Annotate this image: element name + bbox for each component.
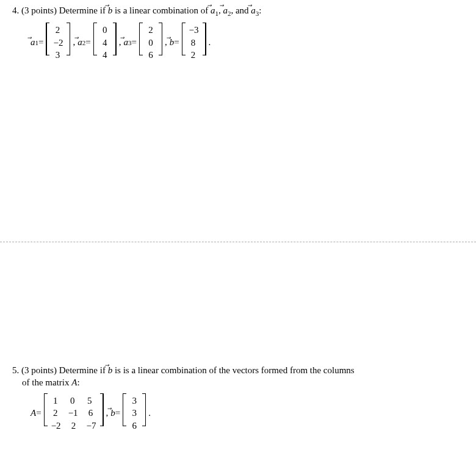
b-sym: b xyxy=(110,408,115,418)
b-sym: b xyxy=(170,37,175,48)
cell: −3 xyxy=(189,24,199,36)
cell: 0 xyxy=(146,37,155,49)
sep: , xyxy=(73,37,75,48)
cell: 5 xyxy=(85,395,94,407)
matrix-a2: 0 4 4 xyxy=(93,23,117,62)
A-equals: A = xyxy=(31,408,41,418)
cell: 2 xyxy=(51,407,60,419)
colon: : xyxy=(259,5,261,15)
period: . xyxy=(148,408,151,418)
b-equals: b = xyxy=(170,37,179,48)
equals: = xyxy=(131,37,136,48)
problem-4-statement: 4. (3 points) Determine if b is a linear… xyxy=(12,5,262,18)
problem-text-mid: is is a linear combination of the vector… xyxy=(112,365,355,375)
problem-text-before: Determine if xyxy=(59,365,108,375)
colon: : xyxy=(77,377,79,387)
equals: = xyxy=(38,37,43,48)
problem-text-line2: of the matrix xyxy=(22,377,71,387)
cell: 0 xyxy=(68,395,77,407)
problem-4-equation: a1 = 2 −2 3 , a2 = 0 4 4 , a3 = xyxy=(31,23,262,62)
cell: −2 xyxy=(51,420,61,432)
cell: 2 xyxy=(53,24,62,36)
period: . xyxy=(209,37,211,48)
vector-b: b xyxy=(108,5,113,17)
cell: 3 xyxy=(130,395,139,407)
cell: 8 xyxy=(189,37,198,49)
and-text: , and xyxy=(231,5,251,15)
matrix-b: 3 3 6 xyxy=(123,393,146,433)
page-divider xyxy=(0,241,476,243)
b-equals: b = xyxy=(110,408,120,418)
problem-text-before: Determine if xyxy=(59,5,108,15)
cell: −7 xyxy=(87,420,96,432)
cell: 0 xyxy=(101,24,109,36)
equals: = xyxy=(174,37,179,48)
problem-points: (3 points) xyxy=(21,5,57,15)
problem-5-statement: 5. (3 points) Determine if b is is a lin… xyxy=(12,365,355,388)
cell: 6 xyxy=(87,407,95,419)
vector-a1: a xyxy=(211,5,215,17)
matrix-a1: 2 −2 3 xyxy=(46,23,70,62)
a2-equals: a2 = xyxy=(78,37,90,48)
a1-sym: a xyxy=(31,37,35,48)
a3-sym: a xyxy=(123,37,128,48)
cell: 2 xyxy=(146,24,155,36)
problem-number: 5. xyxy=(12,365,19,375)
cell: 4 xyxy=(101,49,109,61)
cell: 6 xyxy=(130,420,139,432)
sep: , xyxy=(106,408,109,418)
problem-number: 4. xyxy=(12,5,19,15)
vector-a2: a xyxy=(223,5,228,17)
vector-b: b xyxy=(108,365,113,377)
cell: 2 xyxy=(70,420,78,432)
cell: 2 xyxy=(189,49,198,61)
cell: 3 xyxy=(130,407,139,419)
cell: 3 xyxy=(53,49,62,61)
A-sym: A xyxy=(31,408,36,418)
comma: , xyxy=(218,5,223,15)
a2-sym: a xyxy=(78,37,82,48)
sep: , xyxy=(165,37,167,48)
cell: 1 xyxy=(51,395,60,407)
problem-5: 5. (3 points) Determine if b is is a lin… xyxy=(12,365,355,433)
a3-equals: a3 = xyxy=(123,37,136,48)
sep: , xyxy=(119,37,121,48)
matrix-A: 1 0 5 2 −1 6 −2 2 −7 xyxy=(44,393,104,433)
a1-equals: a1 = xyxy=(31,37,43,48)
equals: = xyxy=(36,408,41,418)
cell: 4 xyxy=(101,37,109,49)
matrix-a3: 2 0 6 xyxy=(139,23,162,62)
cell: −1 xyxy=(68,407,78,419)
problem-text-mid: is a linear combination of xyxy=(112,5,211,15)
cell: −2 xyxy=(53,37,63,49)
problem-4: 4. (3 points) Determine if b is a linear… xyxy=(12,5,262,62)
problem-5-equation: A = 1 0 5 2 −1 6 −2 2 −7 xyxy=(31,393,355,433)
matrix-b: −3 8 2 xyxy=(182,23,206,62)
vector-a3: a xyxy=(251,5,256,17)
cell: 6 xyxy=(146,49,155,61)
equals: = xyxy=(85,37,90,48)
equals: = xyxy=(115,408,120,418)
problem-points: (3 points) xyxy=(21,365,57,375)
